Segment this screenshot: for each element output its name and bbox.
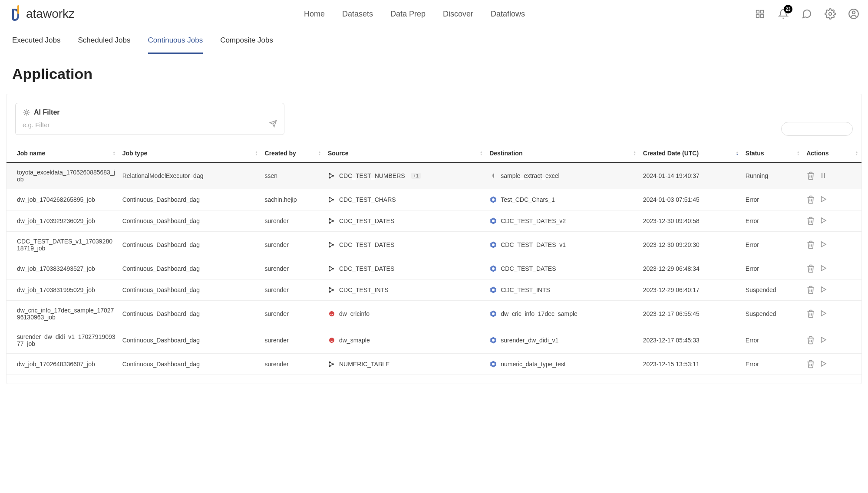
svg-point-78	[492, 363, 495, 365]
table-row[interactable]: dw_job_1703831995029_jobContinuous_Dashb…	[7, 279, 861, 301]
source-icon	[328, 196, 336, 204]
svg-rect-3	[761, 15, 763, 17]
destination-icon	[489, 310, 497, 318]
play-icon[interactable]	[819, 240, 828, 249]
cell-job-name: dw_job_1703832493527_job	[7, 258, 119, 279]
play-icon[interactable]	[819, 336, 828, 345]
logo-text: ataworkz	[26, 7, 75, 21]
delete-icon[interactable]	[806, 264, 815, 273]
svg-line-58	[330, 290, 333, 292]
table-row[interactable]: toyota_exceldata_1705260885683_jobRelati…	[7, 162, 861, 189]
tab-composite-jobs[interactable]: Composite Jobs	[220, 28, 273, 54]
ai-filter-input[interactable]	[23, 121, 269, 128]
svg-line-74	[330, 362, 333, 365]
svg-rect-1	[761, 10, 763, 13]
cell-status: Suspended	[742, 301, 803, 327]
nav-dataprep[interactable]: Data Prep	[390, 10, 426, 19]
cell-created-date: 2023-12-17 05:45:33	[640, 327, 742, 354]
nav-datasets[interactable]: Datasets	[342, 10, 373, 19]
chat-icon[interactable]	[801, 8, 812, 20]
apps-icon[interactable]	[754, 8, 766, 20]
svg-marker-44	[822, 242, 826, 247]
delete-icon[interactable]	[806, 217, 815, 225]
search-input[interactable]	[781, 122, 853, 136]
delete-icon[interactable]	[806, 360, 815, 368]
user-icon[interactable]	[848, 8, 859, 20]
table-row[interactable]: surender_dw_didi_v1_1702791909377_jobCon…	[7, 327, 861, 354]
tab-continuous-jobs[interactable]: Continuous Jobs	[148, 28, 203, 54]
col-source[interactable]: Source▲▼	[324, 145, 486, 162]
delete-icon[interactable]	[806, 286, 815, 294]
svg-line-48	[330, 267, 333, 269]
svg-marker-62	[822, 287, 826, 292]
cell-source: dw_cricinfo	[324, 301, 486, 327]
svg-rect-2	[756, 15, 759, 17]
col-job-type[interactable]: Job type▲▼	[119, 145, 261, 162]
settings-icon[interactable]	[825, 8, 836, 20]
play-icon[interactable]	[819, 360, 828, 368]
col-destination[interactable]: Destination▲▼	[486, 145, 640, 162]
cell-status: Error	[742, 232, 803, 258]
svg-point-6	[852, 11, 855, 14]
play-icon[interactable]	[819, 195, 828, 204]
nav-discover[interactable]: Discover	[443, 10, 473, 19]
table-row[interactable]: CDC_TEST_DATES_v1_1703928018719_jobConti…	[7, 232, 861, 258]
cell-created-by: sachin.hejip	[261, 189, 324, 210]
table-row[interactable]: dw_job_1703929236029_jobContinuous_Dashb…	[7, 210, 861, 232]
source-icon	[328, 172, 336, 180]
svg-point-43	[492, 243, 495, 246]
cell-created-by: surender	[261, 354, 324, 375]
table-row[interactable]: dw_cric_info_17dec_sample_1702796130963_…	[7, 301, 861, 327]
header-icons: 23	[754, 8, 859, 20]
nav-home[interactable]: Home	[304, 10, 325, 19]
cell-created-date: 2023-12-17 06:55:45	[640, 301, 742, 327]
table-row[interactable]: dw_job_1704268265895_jobContinuous_Dashb…	[7, 189, 861, 210]
cell-created-by: surender	[261, 279, 324, 301]
app-header: ataworkz Home Datasets Data Prep Discove…	[0, 0, 868, 28]
table-row[interactable]: dw_job_1703832493527_jobContinuous_Dashb…	[7, 258, 861, 279]
cell-created-date: 2023-12-30 09:20:30	[640, 232, 742, 258]
cell-status: Suspended	[742, 279, 803, 301]
sparkle-icon	[23, 108, 30, 116]
cell-job-name: toyota_exceldata_1705260885683_job	[7, 162, 119, 189]
delete-icon[interactable]	[806, 195, 815, 204]
tab-executed-jobs[interactable]: Executed Jobs	[12, 28, 61, 54]
delete-icon[interactable]	[806, 240, 815, 249]
cell-actions	[803, 189, 861, 210]
cell-actions	[803, 232, 861, 258]
delete-icon[interactable]	[806, 171, 815, 180]
play-icon[interactable]	[819, 309, 828, 318]
cell-source: CDC_TEST_DATES	[324, 232, 486, 258]
play-icon[interactable]	[819, 264, 828, 273]
play-icon[interactable]	[819, 286, 828, 294]
delete-icon[interactable]	[806, 336, 815, 345]
svg-line-57	[330, 288, 333, 290]
col-created-by[interactable]: Created by▲▼	[261, 145, 324, 162]
tab-scheduled-jobs[interactable]: Scheduled Jobs	[78, 28, 131, 54]
send-icon[interactable]	[269, 120, 277, 129]
cell-job-type: Continuous_Dashboard_dag	[119, 258, 261, 279]
cell-job-type: Continuous_Dashboard_dag	[119, 189, 261, 210]
svg-point-67	[329, 338, 334, 343]
nav-dataflows[interactable]: Dataflows	[491, 10, 525, 19]
svg-line-49	[330, 269, 333, 271]
destination-icon	[489, 172, 497, 180]
table-row[interactable]: dw_job_1702648336607_jobContinuous_Dashb…	[7, 354, 861, 375]
col-job-name[interactable]: Job name▲▼	[7, 145, 119, 162]
play-icon[interactable]	[819, 217, 828, 225]
cell-created-date: 2023-12-15 13:53:11	[640, 354, 742, 375]
col-status[interactable]: Status▲▼	[742, 145, 803, 162]
cell-destination: CDC_TEST_DATES	[486, 258, 640, 279]
col-created-date[interactable]: Created Date (UTC)▲▼	[640, 145, 742, 162]
logo[interactable]: ataworkz	[9, 5, 75, 23]
svg-marker-70	[822, 337, 826, 342]
notifications-icon[interactable]: 23	[778, 8, 789, 20]
pause-icon[interactable]	[819, 171, 828, 180]
cell-destination: Test_CDC_Chars_1	[486, 189, 640, 210]
ai-filter-label: AI Filter	[34, 108, 60, 116]
cell-job-type: Continuous_Dashboard_dag	[119, 354, 261, 375]
svg-point-34	[492, 220, 495, 222]
cell-source: CDC_TEST_INTS	[324, 279, 486, 301]
delete-icon[interactable]	[806, 309, 815, 318]
cell-status: Error	[742, 354, 803, 375]
